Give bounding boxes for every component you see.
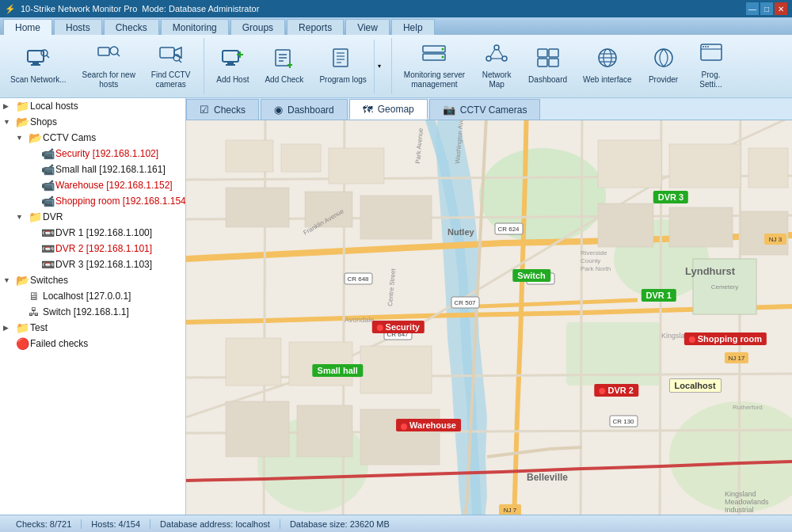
svg-text:Avondale: Avondale [345,316,374,324]
sidebar-item-switch1[interactable]: 🖧 Switch [192.168.1.1] [0,304,185,320]
shopping-room-label: Shopping room [192.168.1.154] [55,196,186,207]
add-check-button[interactable]: Add Check [257,40,310,93]
local-hosts-label: Local hosts [30,101,78,112]
network-map-button[interactable]: NetworkMap [474,40,520,93]
svg-text:Rutherford: Rutherford [733,404,763,411]
sidebar-item-test[interactable]: ▶ 📁 Test [0,320,185,336]
find-cctv-button[interactable]: Find CCTVcameras [144,40,197,93]
add-host-button[interactable]: Add Host [209,40,256,93]
warehouse-map-marker[interactable]: Warehouse [396,419,461,431]
ribbon-tab-checks[interactable]: Checks [104,19,159,35]
monitoring-server-button[interactable]: Monitoring servermanagement [397,40,472,93]
program-logs-label: Program logs [319,75,366,85]
svg-rect-64 [360,196,432,239]
sidebar-item-dvr[interactable]: ▼ 📁 DVR [0,209,185,225]
ribbon-tab-groups[interactable]: Groups [230,19,285,35]
toolbar: Scan Network... Search for newhosts Find… [0,35,792,98]
svg-text:CR 130: CR 130 [612,418,634,425]
checks-tab-label: Checks [214,104,246,116]
small-hall-map-marker[interactable]: Small hall [313,364,363,377]
svg-text:CR 507: CR 507 [454,299,476,306]
switch-map-marker[interactable]: Switch [512,269,550,282]
sidebar-item-cctv-cams[interactable]: ▼ 📂 CCTV Cams [0,130,185,146]
find-cctv-label: Find CCTVcameras [151,70,190,89]
map-container[interactable]: Cemetery CR 624 CR 507 CR 648 CR 647 CR … [186,120,792,515]
expand-switches-icon: ▼ [3,276,16,284]
expand-cctv-cams-icon: ▼ [16,134,29,142]
sidebar-item-security[interactable]: 📹 Security [192.168.1.102] [0,146,185,162]
svg-line-7 [117,54,120,57]
svg-text:Industrial: Industrial [725,506,754,514]
ribbon-tab-help[interactable]: Help [391,19,435,35]
dvr2-map-marker[interactable]: DVR 2 [594,384,638,397]
program-logs-icon [331,48,355,74]
sidebar-item-dvr3[interactable]: 📼 DVR 3 [192.168.1.103] [0,256,185,272]
prog-settings-button[interactable]: Prog.Setti... [688,40,734,93]
security-map-marker[interactable]: Security [372,321,425,333]
scan-network-label: Scan Network... [10,75,67,85]
folder-open-icon: 📂 [16,116,30,128]
dvr3-map-marker[interactable]: DVR 3 [653,191,688,203]
minimize-button[interactable]: — [746,2,759,15]
sidebar-item-dvr2[interactable]: 📼 DVR 2 [192.168.1.101] [0,241,185,256]
program-logs-dropdown-arrow[interactable]: ▾ [374,40,385,93]
checks-tab-icon: ☑ [200,104,209,116]
svg-rect-41 [549,59,558,66]
network-map-label: NetworkMap [482,70,512,89]
svg-marker-9 [174,48,181,58]
ribbon-tab-home[interactable]: Home [3,19,52,35]
sidebar-item-small-hall[interactable]: 📹 Small hall [192.168.1.161] [0,162,185,177]
dvr1-icon: 📼 [41,226,55,239]
small-hall-label: Small hall [192.168.1.161] [55,164,166,175]
warehouse-label: Warehouse [192.168.1.152] [55,180,173,191]
svg-text:NJ 17: NJ 17 [729,355,745,362]
close-button[interactable]: ✕ [775,2,787,15]
add-check-icon [272,48,296,74]
tab-cctv-cameras[interactable]: 📷 CCTV Cameras [429,99,541,120]
prog-settings-icon [699,43,723,69]
svg-line-11 [179,60,181,63]
svg-text:County: County [581,257,600,264]
ribbon-tab-reports[interactable]: Reports [287,19,344,35]
localhost-map-marker[interactable]: Localhost [669,378,722,393]
statusbar: Checks: 8/721 Hosts: 4/154 Database addr… [0,515,792,532]
scan-network-icon [26,48,50,74]
sidebar-item-shops[interactable]: ▼ 📂 Shops [0,114,185,130]
sidebar-item-shopping-room[interactable]: 📹 Shopping room [192.168.1.154] [0,193,185,209]
geomap-tab-icon: 🗺 [363,104,373,116]
shopping-room-map-marker[interactable]: Shopping room [684,332,767,345]
sidebar-item-localhost[interactable]: 🖥 Localhost [127.0.0.1] [0,288,185,304]
svg-rect-1 [32,62,39,64]
switches-folder-icon: 📂 [16,274,30,287]
dashboard-button[interactable]: Dashboard [521,40,574,93]
expand-test-icon: ▶ [3,324,16,332]
sidebar-item-switches[interactable]: ▼ 📂 Switches [0,272,185,288]
sidebar-item-warehouse[interactable]: 📹 Warehouse [192.168.1.152] [0,177,185,193]
sidebar-item-failed-checks[interactable]: 🔴 Failed checks [0,336,185,352]
sidebar-item-local-hosts[interactable]: ▶ 📁 Local hosts [0,98,185,114]
search-new-hosts-button[interactable]: Search for newhosts [75,40,143,93]
app-logo-icon: ⚡ [5,4,16,14]
dvr3-label: DVR 3 [192.168.1.103] [55,259,152,270]
ribbon-tab-view[interactable]: View [345,19,390,35]
svg-rect-39 [549,49,558,57]
scan-network-button[interactable]: Scan Network... [3,40,74,93]
svg-text:Kingsland: Kingsland [725,490,756,498]
svg-point-50 [703,46,704,48]
maximize-button[interactable]: □ [760,2,773,15]
mode-label: Mode: Database Administrator [142,4,259,13]
web-interface-button[interactable]: Web interface [576,40,639,93]
program-logs-button[interactable]: Program logs [312,40,373,93]
ribbon-tab-hosts[interactable]: Hosts [54,19,102,35]
tab-geomap[interactable]: 🗺 Geomap [349,99,428,120]
provider-label: Provider [649,75,678,85]
sidebar-item-dvr1[interactable]: 📼 DVR 1 [192.168.1.100] [0,225,185,241]
ribbon-tab-monitoring[interactable]: Monitoring [161,19,229,35]
dvr1-map-marker[interactable]: DVR 1 [641,289,676,302]
tab-dashboard[interactable]: ◉ Dashboard [261,99,348,120]
svg-rect-59 [226,140,273,172]
folder-icon: 📁 [16,100,30,112]
provider-button[interactable]: Provider [641,40,687,93]
tab-checks[interactable]: ☑ Checks [186,99,259,120]
dvr-label: DVR [43,211,63,222]
